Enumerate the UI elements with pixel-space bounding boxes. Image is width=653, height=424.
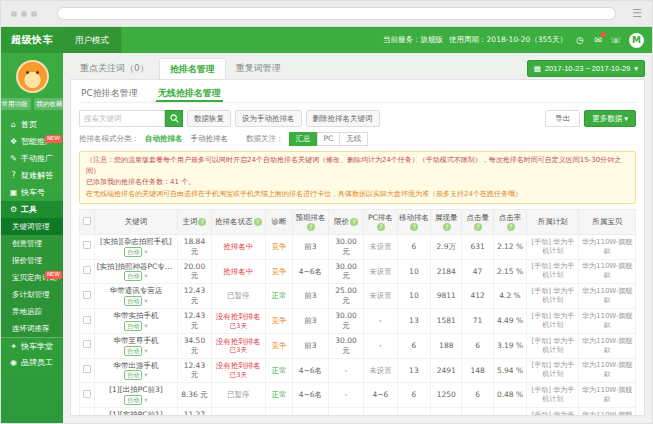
- pc-rank: 未设置: [364, 284, 397, 309]
- row-checkbox[interactable]: [83, 266, 91, 274]
- table-row: [1][实拍PC前1]自动 ▾11.27 元已暂停正常4~6名-4~695518…: [80, 408, 636, 417]
- item: 华为110W-旗舰款: [579, 284, 636, 309]
- mobile-rank: 10: [397, 259, 430, 284]
- chevron-down-icon[interactable]: ▾: [142, 272, 147, 280]
- filter-segment[interactable]: PC: [317, 132, 341, 146]
- item: 华为110W-旗舰款: [579, 309, 636, 334]
- smart-promo-icon: ❖: [9, 137, 18, 146]
- hamburger-icon[interactable]: ☰: [632, 8, 642, 19]
- expect-rank: 4~6名: [293, 358, 329, 383]
- clicks: 71: [462, 309, 493, 334]
- tab-item[interactable]: 抢排名管理: [159, 58, 226, 79]
- chevron-down-icon[interactable]: ▾: [142, 322, 147, 330]
- subtab-item[interactable]: PC抢排名管理: [79, 85, 140, 102]
- row-checkbox[interactable]: [83, 390, 91, 398]
- tab-item[interactable]: 重复词管理: [226, 58, 291, 79]
- url-bar[interactable]: [57, 7, 616, 20]
- search-input[interactable]: [79, 110, 165, 127]
- chevron-down-icon[interactable]: ▾: [142, 297, 147, 305]
- column-header: 限价?: [328, 209, 364, 234]
- help-icon[interactable]: ?: [474, 223, 482, 231]
- school-icon: ✦: [9, 342, 18, 351]
- column-label: PC排名: [368, 213, 393, 222]
- row-checkbox[interactable]: [83, 316, 91, 324]
- diagnosis: 竞争: [266, 333, 293, 358]
- expect-rank: 4~6名: [293, 383, 329, 408]
- mail-icon[interactable]: ✉: [591, 33, 605, 47]
- toolbar-button[interactable]: 删除抢排名关键词: [306, 110, 380, 127]
- row-checkbox[interactable]: [83, 340, 91, 348]
- toolbar-button[interactable]: 数据恢复: [187, 110, 231, 127]
- window-dot[interactable]: [31, 11, 37, 17]
- select-all-checkbox[interactable]: [83, 217, 91, 225]
- help-icon[interactable]: ?: [377, 223, 385, 231]
- sidebar-item[interactable]: ✎手动推广: [1, 150, 63, 167]
- window-dot[interactable]: [11, 11, 17, 17]
- sidebar-item[interactable]: 连环词推荐: [1, 320, 63, 337]
- sidebar-item[interactable]: ❖智能推广NEW: [1, 133, 63, 150]
- help-icon[interactable]: ?: [507, 223, 515, 231]
- column-label: 所属计划: [538, 217, 568, 226]
- toolbar-button[interactable]: 设为手动抢排名: [235, 110, 302, 127]
- impressions: 9811: [431, 284, 462, 309]
- filter-segment[interactable]: 无线: [339, 132, 368, 146]
- chevron-down-icon[interactable]: ▾: [142, 248, 147, 256]
- sidebar-item[interactable]: 报价管理: [1, 252, 63, 269]
- row-checkbox[interactable]: [83, 291, 91, 299]
- sidebar-item[interactable]: 创意管理: [1, 235, 63, 252]
- chevron-down-icon: ▾: [634, 64, 638, 73]
- diagnosis: 正常: [266, 408, 293, 417]
- sidebar-item[interactable]: ◉品牌员工: [1, 354, 63, 371]
- date-range-picker[interactable]: ▦ 2017-10-23 ~ 2017-10-29 ▾: [527, 60, 645, 77]
- new-badge: NEW: [45, 135, 62, 143]
- limit-price: 30.00 元: [328, 234, 364, 259]
- sidebar-item[interactable]: 异地追踪: [1, 303, 63, 320]
- mode-tag: 自动: [124, 321, 142, 331]
- sidebar-item[interactable]: 宝贝定向计划NEW: [1, 269, 63, 286]
- help-icon[interactable]: ?: [410, 223, 418, 231]
- subtab-item[interactable]: 无线抢排名管理: [156, 85, 223, 102]
- chevron-down-icon[interactable]: ▾: [142, 347, 147, 355]
- window-dot[interactable]: [21, 11, 27, 17]
- sidebar-item[interactable]: ✦快车学堂: [1, 337, 63, 354]
- table-body: [实拍][杂志拍照手机]自动 ▾18.84 元抢排名中竞争前330.00 元未设…: [80, 234, 636, 416]
- help-icon[interactable]: ?: [350, 218, 358, 226]
- limit-price: -: [328, 358, 364, 383]
- history-icon[interactable]: ◷: [573, 33, 587, 47]
- chevron-down-icon[interactable]: ▾: [142, 396, 147, 404]
- sidebar-item[interactable]: ⌂首页: [1, 116, 63, 133]
- row-checkbox[interactable]: [83, 415, 91, 417]
- more-data-button[interactable]: 更多数据 ▾: [584, 110, 636, 127]
- filter-segment[interactable]: 汇总: [289, 132, 318, 146]
- quick-button[interactable]: 常用功能: [0, 98, 31, 110]
- tab-item[interactable]: 重点关注词（0）: [70, 58, 159, 79]
- help-icon[interactable]: ?: [254, 218, 262, 226]
- sidebar-item[interactable]: 关键词管理: [1, 218, 63, 235]
- status-text: 没有抢到排名: [214, 361, 263, 371]
- filter-option[interactable]: 手动抢排名: [191, 134, 229, 144]
- export-button[interactable]: 导出: [545, 110, 580, 127]
- sidebar-item[interactable]: ▣快车号: [1, 184, 63, 201]
- sidebar-item[interactable]: ⚙工具: [1, 201, 63, 218]
- filter-option[interactable]: 自动抢排名: [145, 134, 183, 144]
- keyword-text: [1][出拍PC前3]: [97, 385, 176, 395]
- row-checkbox[interactable]: [83, 241, 91, 249]
- help-icon[interactable]: ?: [307, 223, 315, 231]
- user-avatar[interactable]: M: [629, 33, 644, 48]
- mascot-avatar[interactable]: [16, 60, 49, 93]
- row-select-cell: [80, 408, 95, 417]
- status-text: 抢排名中: [214, 267, 263, 277]
- column-label: 展现量: [435, 213, 458, 222]
- chevron-down-icon[interactable]: ▾: [142, 371, 147, 379]
- service-icon[interactable]: ☏: [609, 33, 623, 47]
- keyword-cell: 华带实拍手机自动 ▾: [94, 309, 178, 334]
- row-checkbox[interactable]: [83, 365, 91, 373]
- search-button[interactable]: [165, 110, 183, 127]
- help-icon[interactable]: ?: [198, 218, 206, 226]
- sidebar-item[interactable]: ?疑难解答: [1, 167, 63, 184]
- quick-button[interactable]: 我的收藏: [34, 98, 66, 110]
- clicks: 6: [462, 383, 493, 408]
- help-icon[interactable]: ?: [443, 223, 451, 231]
- tab-user-mode[interactable]: 用户模式: [63, 27, 121, 53]
- sidebar-item[interactable]: 多计划管理: [1, 286, 63, 303]
